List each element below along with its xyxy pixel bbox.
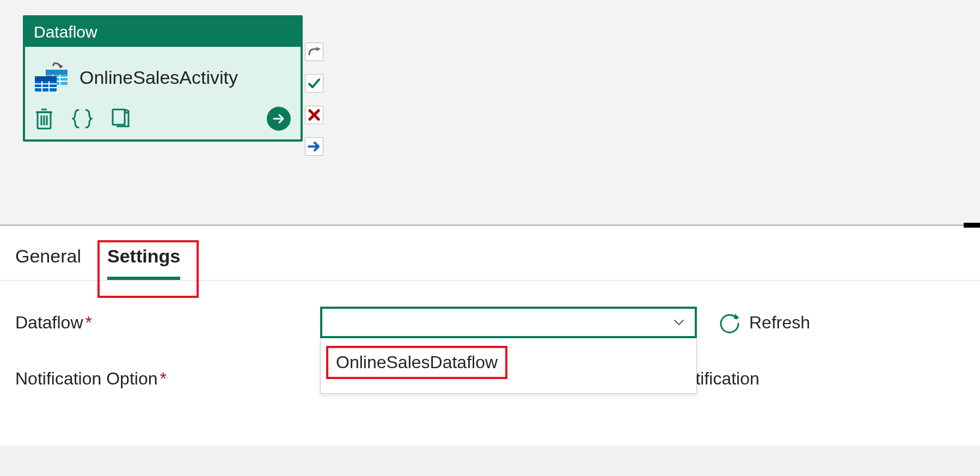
dataflow-activity-card[interactable]: Dataflow	[23, 15, 303, 142]
svg-rect-19	[113, 109, 125, 125]
dataflow-dropdown-list: OnlineSalesDataflow	[320, 338, 697, 394]
svg-rect-8	[35, 76, 57, 81]
required-asterisk: *	[160, 369, 166, 388]
required-asterisk: *	[85, 313, 92, 332]
dataflow-row: Dataflow* OnlineSalesDataflow	[15, 307, 965, 338]
skip-arrow-icon[interactable]	[305, 137, 323, 156]
chevron-down-icon	[673, 319, 685, 326]
run-arrow-icon[interactable]	[267, 107, 291, 131]
notification-label: Notification Option*	[15, 369, 320, 389]
activity-side-actions	[305, 42, 323, 156]
pipeline-canvas[interactable]: Dataflow	[0, 0, 980, 224]
refresh-button[interactable]: Refresh	[719, 312, 810, 333]
svg-rect-2	[46, 70, 68, 75]
tab-general[interactable]: General	[15, 246, 81, 280]
copy-icon[interactable]	[111, 108, 131, 130]
dataflow-label: Dataflow*	[15, 313, 320, 333]
activity-body: OnlineSalesActivity	[25, 47, 301, 98]
refresh-label: Refresh	[749, 313, 810, 333]
redo-icon[interactable]	[305, 42, 323, 61]
dataflow-dropdown[interactable]	[320, 307, 697, 338]
refresh-icon	[719, 312, 740, 333]
details-panel: General Settings Dataflow*	[0, 226, 980, 446]
svg-marker-21	[316, 47, 321, 51]
dataflow-option-onlinesales[interactable]: OnlineSalesDataflow	[326, 346, 507, 379]
svg-marker-25	[734, 314, 739, 319]
svg-marker-0	[60, 64, 63, 69]
activity-footer	[25, 98, 301, 139]
code-braces-icon[interactable]	[72, 108, 93, 130]
settings-form: Dataflow* OnlineSalesDataflow	[0, 280, 980, 446]
tab-settings[interactable]: Settings	[107, 246, 180, 280]
activity-name: OnlineSalesActivity	[79, 67, 238, 88]
dataflow-icon	[35, 62, 68, 93]
panel-divider[interactable]	[0, 224, 980, 226]
delete-icon[interactable]	[35, 108, 53, 130]
success-check-icon[interactable]	[305, 74, 323, 93]
activity-type-label: Dataflow	[25, 17, 301, 47]
failure-x-icon[interactable]	[305, 106, 323, 124]
tabs-bar: General Settings	[0, 226, 980, 280]
